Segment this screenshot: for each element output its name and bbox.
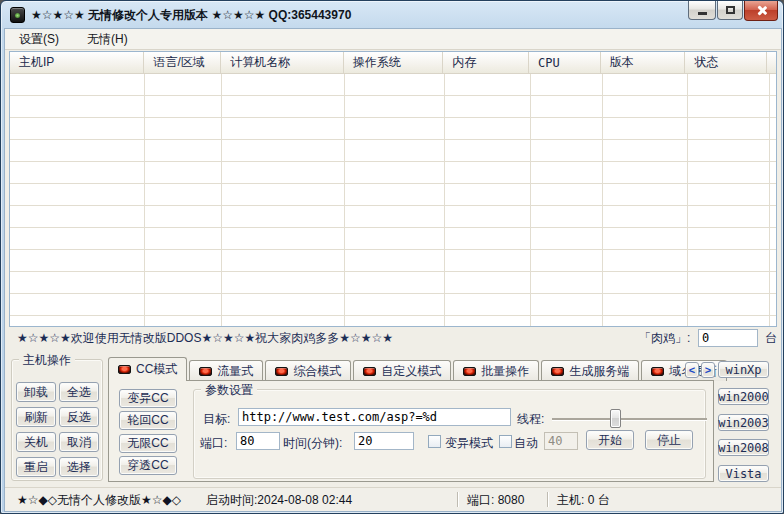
chicken-count-input[interactable] — [698, 329, 758, 347]
app-icon — [10, 7, 25, 23]
tab-label: 流量式 — [217, 363, 253, 380]
tab-label: 综合模式 — [293, 363, 341, 380]
tab-label: 自定义模式 — [381, 363, 441, 380]
status-brand-text: ★☆◆◇无情个人修改版★☆◆◇ — [17, 488, 181, 512]
table-gridline — [444, 74, 445, 326]
shutdown-button[interactable]: 关机 — [16, 432, 56, 452]
menu-wuqing[interactable]: 无情(H) — [73, 29, 142, 49]
window-title: ★☆★☆★ 无情修改个人专用版本 ★☆★☆★ QQ:365443970 — [31, 1, 351, 29]
table-gridline — [602, 74, 603, 326]
tab-cc-mode[interactable]: CC模式 — [108, 357, 187, 381]
table-gridline — [144, 74, 145, 326]
maximize-button[interactable] — [717, 1, 743, 20]
close-button[interactable] — [744, 1, 778, 21]
column-header-filler — [767, 52, 776, 73]
tab-batch-ops[interactable]: 批量操作 — [453, 360, 539, 381]
pierce-cc-button[interactable]: 穿透CC — [119, 456, 177, 475]
window-titlebar[interactable]: ★☆★☆★ 无情修改个人专用版本 ★☆★☆★ QQ:365443970 — [1, 1, 783, 29]
bomb-icon — [551, 367, 564, 376]
stop-button[interactable]: 停止 — [645, 430, 693, 450]
win2008-button[interactable]: win2008 — [718, 439, 769, 456]
bomb-icon — [118, 365, 131, 374]
unlimited-cc-button[interactable]: 无限CC — [119, 434, 177, 453]
host-ops-title: 主机操作 — [19, 352, 75, 369]
cycle-cc-button[interactable]: 轮回CC — [119, 411, 177, 430]
column-header-os[interactable]: 操作系统 — [344, 52, 444, 73]
port-label: 端口: — [200, 435, 227, 452]
bomb-icon — [199, 367, 212, 376]
bomb-icon — [651, 367, 664, 376]
menu-bar: 设置(S) 无情(H) — [5, 29, 781, 50]
bomb-icon — [363, 367, 376, 376]
time-label: 时间(分钟): — [283, 435, 342, 452]
maximize-icon — [726, 6, 735, 14]
start-button[interactable]: 开始 — [586, 430, 634, 450]
thread-slider-track[interactable] — [552, 418, 707, 420]
target-label: 目标: — [203, 411, 230, 428]
table-gridline — [687, 74, 688, 326]
close-icon — [756, 5, 767, 16]
status-separator — [457, 492, 458, 507]
thread-slider-thumb[interactable] — [610, 409, 621, 428]
tab-custom-mode[interactable]: 自定义模式 — [353, 360, 451, 381]
mode-tabstrip: CC模式 流量式 综合模式 自定义模式 批量操作 生成服务端 域名更新 — [108, 357, 729, 381]
chicken-count-label: 「肉鸡」: — [639, 327, 690, 350]
thread-label: 线程: — [517, 411, 544, 428]
tab-scroll-left-button[interactable]: < — [685, 362, 699, 378]
target-url-input[interactable] — [238, 408, 511, 426]
status-port: 端口: 8080 — [467, 488, 524, 512]
table-gridline — [344, 74, 345, 326]
select-all-button[interactable]: 全选 — [59, 382, 99, 402]
bomb-icon — [275, 367, 288, 376]
welcome-text: ★☆★☆★欢迎使用无情改版DDOS★☆★☆★祝大家肉鸡多多★☆★☆★ — [17, 327, 393, 350]
mutate-mode-checkbox[interactable] — [428, 435, 441, 448]
vista-button[interactable]: Vista — [718, 465, 769, 482]
chicken-unit-label: 台 — [765, 327, 777, 350]
column-header-cpu[interactable]: CPU — [529, 52, 601, 73]
host-list-header: 主机IP 语言/区域 计算机名称 操作系统 内存 CPU 版本 状态 — [10, 52, 776, 74]
bomb-icon — [463, 367, 476, 376]
column-header-memory[interactable]: 内存 — [443, 52, 529, 73]
tab-label: 批量操作 — [481, 363, 529, 380]
refresh-button[interactable]: 刷新 — [16, 407, 56, 427]
minimize-button[interactable] — [688, 1, 716, 20]
table-gridline — [221, 74, 222, 326]
host-list: 主机IP 语言/区域 计算机名称 操作系统 内存 CPU 版本 状态 — [9, 51, 777, 327]
tab-combined-mode[interactable]: 综合模式 — [265, 360, 351, 381]
auto-threads-input — [544, 432, 578, 450]
tab-traffic-mode[interactable]: 流量式 — [189, 360, 263, 381]
status-bar: ★☆◆◇无情个人修改版★☆◆◇ 启动时间:2024-08-08 02:44 端口… — [5, 487, 781, 511]
cancel-button[interactable]: 取消 — [59, 432, 99, 452]
winxp-button[interactable]: winXp — [718, 361, 769, 378]
tab-build-server[interactable]: 生成服务端 — [541, 360, 639, 381]
tab-scroll-right-button[interactable]: > — [701, 362, 715, 378]
menu-settings[interactable]: 设置(S) — [5, 29, 73, 49]
mutate-mode-label: 变异模式 — [445, 435, 493, 452]
time-input[interactable] — [354, 432, 414, 450]
column-header-computer-name[interactable]: 计算机名称 — [221, 52, 344, 73]
win2003-button[interactable]: win2003 — [718, 414, 769, 431]
uninstall-button[interactable]: 卸载 — [16, 382, 56, 402]
tab-label: 生成服务端 — [569, 363, 629, 380]
table-gridline — [530, 74, 531, 326]
column-header-locale[interactable]: 语言/区域 — [144, 52, 221, 73]
chicken-bar: ★☆★☆★欢迎使用无情改版DDOS★☆★☆★祝大家肉鸡多多★☆★☆★ 「肉鸡」:… — [5, 327, 781, 350]
status-separator — [547, 492, 548, 507]
app-window: ★☆★☆★ 无情修改个人专用版本 ★☆★☆★ QQ:365443970 设置(S… — [0, 0, 784, 514]
table-gridline — [769, 74, 770, 326]
minimize-icon — [698, 12, 707, 15]
column-header-ip[interactable]: 主机IP — [10, 52, 144, 73]
mutant-cc-button[interactable]: 变异CC — [119, 389, 177, 408]
invert-selection-button[interactable]: 反选 — [59, 407, 99, 427]
status-start-time: 启动时间:2024-08-08 02:44 — [206, 488, 352, 512]
port-input[interactable] — [236, 432, 280, 450]
column-header-status[interactable]: 状态 — [685, 52, 767, 73]
auto-checkbox[interactable] — [499, 435, 512, 448]
select-button[interactable]: 选择 — [59, 457, 99, 477]
win2000-button[interactable]: win2000 — [718, 388, 769, 405]
column-header-version[interactable]: 版本 — [601, 52, 686, 73]
param-settings-title: 参数设置 — [201, 382, 257, 399]
auto-label: 自动 — [514, 435, 538, 452]
host-list-body — [10, 74, 776, 326]
reboot-button[interactable]: 重启 — [16, 457, 56, 477]
